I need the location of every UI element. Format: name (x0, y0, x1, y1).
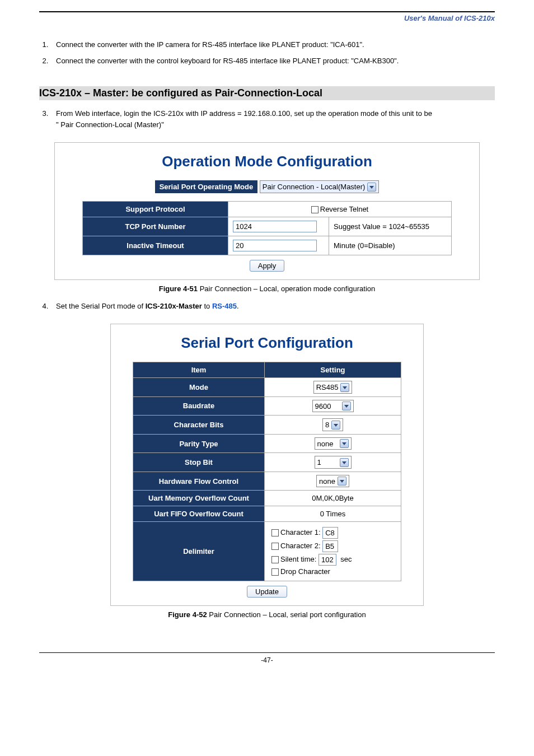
delim-silent-unit: sec (340, 555, 352, 563)
inactive-timeout-label: Inactive Timeout (83, 236, 228, 255)
inactive-timeout-input[interactable]: 20 (233, 240, 317, 251)
caption-1-rest: Pair Connection – Local, operation mode … (198, 284, 375, 293)
step-4-b: ICS-210x-Master (146, 302, 202, 310)
delim-silent-checkbox[interactable] (271, 556, 279, 563)
baud-label: Baudrate (133, 396, 265, 416)
step-3: From Web interface, login the ICS-210x w… (50, 108, 495, 132)
serial-table: Item Setting Mode RS485 Baudrate 9600 Ch… (133, 362, 401, 581)
step-4-c: to (202, 302, 212, 310)
flow-value: none (319, 477, 338, 486)
stop-label: Stop Bit (133, 453, 265, 472)
delim-c2-checkbox[interactable] (271, 543, 279, 550)
mode-select[interactable]: RS485 (313, 381, 353, 394)
parity-select[interactable]: none (315, 437, 352, 450)
step-3-text-a: From Web interface, login the ICS-210x w… (56, 109, 432, 118)
mode-value: RS485 (316, 383, 341, 391)
step-4: Set the Serial Port mode of ICS-210x-Mas… (50, 301, 495, 312)
caption-1: Figure 4-51 Pair Connection – Local, ope… (39, 284, 495, 293)
operating-mode-value: Pair Connection - Local(Master) (263, 183, 368, 191)
inactive-timeout-hint: Minute (0=Disable) (329, 236, 452, 255)
update-button[interactable]: Update (247, 586, 287, 598)
step-4-e: . (237, 302, 239, 310)
figure-opmode: Operation Mode Configuration Serial Port… (54, 142, 480, 280)
delim-silent-input[interactable]: 102 (318, 554, 336, 566)
chevron-down-icon[interactable] (331, 421, 340, 430)
figure-serial: Serial Port Configuration Item Setting M… (110, 324, 424, 606)
section-heading: ICS-210x – Master: be configured as Pair… (39, 86, 495, 100)
parity-value: none (317, 440, 340, 448)
delim-c1-checkbox[interactable] (271, 529, 279, 536)
page-footer: -47- (39, 652, 495, 670)
step-1: Connect the converter with the IP camera… (50, 39, 495, 51)
memover-value: 0M,0K,0Byte (265, 491, 401, 506)
stop-value: 1 (317, 458, 340, 466)
page-number: -47- (261, 656, 273, 664)
chevron-down-icon[interactable] (340, 458, 349, 467)
delim-drop-label: Drop Character (280, 567, 330, 576)
parity-label: Parity Type (133, 434, 265, 453)
fifoover-label: Uart FIFO Overflow Count (133, 506, 265, 522)
tcp-port-hint: Suggest Value = 1024~65535 (329, 217, 452, 236)
fifoover-value: 0 Times (265, 506, 401, 522)
memover-label: Uart Memory Overflow Count (133, 491, 265, 506)
caption-2: Figure 4-52 Pair Connection – Local, ser… (39, 610, 495, 619)
delim-c2-input[interactable]: B5 (322, 540, 338, 552)
delim-c2-label: Character 2: (280, 542, 321, 550)
header-rule (39, 11, 495, 12)
mode-label: Mode (133, 378, 265, 397)
baud-value: 9600 (315, 402, 342, 410)
delim-c1-input[interactable]: C8 (322, 527, 338, 539)
chevron-down-icon[interactable] (342, 402, 351, 410)
serial-th-item: Item (133, 362, 265, 378)
serial-th-setting: Setting (265, 362, 401, 378)
chevron-down-icon[interactable] (340, 383, 349, 392)
delim-c1-label: Character 1: (280, 528, 321, 536)
caption-2-rest: Pair Connection – Local, serial port con… (207, 610, 366, 619)
chevron-down-icon[interactable] (340, 439, 349, 448)
char-select[interactable]: 8 (322, 418, 343, 431)
char-value: 8 (325, 421, 331, 429)
char-label: Character Bits (133, 416, 265, 435)
stop-select[interactable]: 1 (315, 456, 352, 469)
step-3-text-b: " Pair Connection-Local (Master)" (56, 120, 164, 129)
opmode-title: Operation Mode Configuration (63, 153, 471, 170)
operating-mode-select[interactable]: Pair Connection - Local(Master) (260, 180, 380, 193)
delimiter-label: Delimiter (133, 522, 265, 581)
tcp-port-input[interactable]: 1024 (233, 221, 317, 232)
operating-mode-label: Serial Port Operating Mode (155, 180, 258, 193)
reverse-telnet-checkbox[interactable] (311, 206, 318, 213)
delim-silent-label: Silent time: (280, 555, 316, 563)
tcp-port-label: TCP Port Number (83, 217, 228, 236)
support-protocol-label: Support Protocol (83, 202, 228, 217)
caption-2-bold: Figure 4-52 (168, 610, 207, 619)
apply-button[interactable]: Apply (250, 260, 285, 272)
manual-title: User's Manual of ICS-210x (39, 14, 495, 22)
serial-title: Serial Port Configuration (119, 334, 415, 352)
flow-label: Hardware Flow Control (133, 472, 265, 491)
step-4-a: Set the Serial Port mode of (56, 302, 146, 310)
chevron-down-icon[interactable] (367, 183, 376, 192)
opmode-table: Support Protocol Reverse Telnet TCP Port… (82, 201, 452, 255)
step-4-d: RS-485 (212, 302, 237, 310)
step-2: Connect the converter with the control k… (50, 55, 495, 67)
reverse-telnet-label: Reverse Telnet (320, 205, 368, 213)
chevron-down-icon[interactable] (338, 477, 346, 486)
baud-select[interactable]: 9600 (312, 400, 354, 413)
caption-1-bold: Figure 4-51 (159, 284, 198, 293)
delim-drop-checkbox[interactable] (271, 568, 279, 576)
flow-select[interactable]: none (316, 475, 349, 488)
